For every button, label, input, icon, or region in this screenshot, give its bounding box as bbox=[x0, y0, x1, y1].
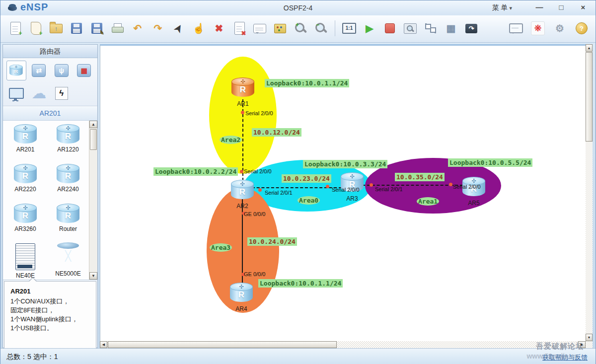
scroll-down-icon[interactable]: ▼ bbox=[586, 334, 593, 341]
snapshot-button[interactable]: ↷ bbox=[462, 18, 480, 38]
device-item-ar1220[interactable]: ✣RAR1220 bbox=[47, 121, 89, 160]
router-cylinder-icon: ✣R bbox=[57, 124, 79, 144]
huawei-logo-button[interactable]: ❋ bbox=[529, 18, 547, 38]
category-cloud[interactable]: ☁ bbox=[29, 83, 49, 103]
network-label: 10.0.35.0/24 bbox=[395, 173, 445, 181]
save-topology-button[interactable] bbox=[68, 18, 85, 38]
save-as-badge-icon: ✎ bbox=[99, 29, 104, 36]
scrollbar-thumb[interactable] bbox=[90, 129, 97, 150]
router-cylinder-icon: ✣R bbox=[14, 204, 37, 223]
device-item-router[interactable]: ✣RRouter bbox=[47, 200, 89, 240]
new-topology-icon: + bbox=[10, 22, 21, 35]
topology-view-button[interactable] bbox=[422, 18, 440, 38]
device-item-label: Router bbox=[59, 225, 77, 232]
undo-button[interactable]: ↶ bbox=[129, 18, 147, 38]
category-firewall[interactable]: ▦ bbox=[74, 61, 94, 80]
new-test-case-button[interactable]: + bbox=[27, 18, 45, 38]
router-r-letter: R bbox=[231, 85, 254, 95]
scrollbar-corner bbox=[586, 341, 593, 348]
open-topology-button[interactable]: ↑ bbox=[47, 18, 65, 38]
watermark-site: www.52pojie.cn bbox=[526, 352, 579, 360]
interface-dot-icon bbox=[326, 185, 329, 188]
router-r-letter: R bbox=[57, 171, 79, 181]
packet-capture-button[interactable] bbox=[401, 18, 419, 38]
pan-tool-button[interactable]: ☝ bbox=[190, 18, 208, 38]
zoom-in-badge-icon: + bbox=[296, 22, 299, 28]
topology-canvas[interactable]: ✣RAR1✣RAR2✣RAR3✣RAR5✣RAR4Loopback0:10.0.… bbox=[100, 44, 586, 341]
help-button[interactable]: ? bbox=[573, 18, 591, 38]
area-label: Area2 bbox=[220, 136, 242, 144]
router-cylinder-icon: ✣R bbox=[231, 77, 254, 97]
category-terminal[interactable] bbox=[6, 83, 26, 103]
add-note-button[interactable] bbox=[251, 18, 269, 38]
zoom-out-button[interactable]: − bbox=[312, 18, 330, 38]
category-firewall-icon: ▦ bbox=[77, 64, 91, 77]
close-button[interactable]: × bbox=[577, 1, 590, 12]
interface-label: Serial 2/0/0 bbox=[244, 168, 272, 174]
scroll-up-icon[interactable]: ▲ bbox=[586, 44, 593, 52]
router-cylinder-icon: ✣R bbox=[14, 124, 37, 144]
erase-config-icon: ✖ bbox=[234, 22, 245, 35]
category-wlan[interactable]: ψ bbox=[52, 61, 72, 80]
router-node-ar1[interactable]: ✣R bbox=[231, 77, 254, 99]
scroll-up-icon[interactable]: ▲ bbox=[89, 121, 97, 128]
canvas-horizontal-scrollbar[interactable]: ◀ ▶ bbox=[100, 341, 586, 348]
category-wlan-icon: ψ bbox=[55, 64, 69, 77]
area-label: Area1 bbox=[417, 197, 439, 206]
start-devices-button[interactable]: ▶ bbox=[361, 18, 378, 38]
save-as-button[interactable]: ✎ bbox=[88, 18, 106, 38]
delete-button[interactable]: ✖ bbox=[210, 18, 228, 38]
interface-dot-icon bbox=[240, 170, 243, 173]
device-item-label: NE5000E bbox=[55, 270, 80, 277]
zoom-in-icon: + bbox=[294, 22, 307, 35]
device-item-ar3260[interactable]: ✣RAR3260 bbox=[4, 200, 47, 240]
actual-size-icon: 1:1 bbox=[342, 23, 356, 34]
settings-gear-icon: ⚙ bbox=[553, 22, 566, 35]
scrollbar-thumb[interactable] bbox=[108, 341, 337, 348]
category-switch[interactable]: ⇄ bbox=[29, 61, 49, 80]
select-tool-button[interactable]: ➤ bbox=[169, 18, 187, 38]
color-palette-button[interactable] bbox=[271, 18, 289, 38]
category-switch-icon: ⇄ bbox=[32, 64, 46, 77]
device-item-label: AR3260 bbox=[14, 225, 36, 232]
router-node-ar2[interactable]: ✣R bbox=[231, 180, 254, 202]
maximize-button[interactable]: □ bbox=[555, 1, 568, 12]
router-name-label: AR5 bbox=[456, 200, 491, 207]
device-item-label: AR2220 bbox=[14, 186, 36, 193]
settings-gear-button[interactable]: ⚙ bbox=[551, 18, 569, 38]
router-node-ar4[interactable]: ✣R bbox=[230, 283, 253, 304]
actual-size-button[interactable]: 1:1 bbox=[340, 18, 358, 38]
redo-button[interactable]: ↷ bbox=[149, 18, 167, 38]
feedback-bubble-button[interactable] bbox=[507, 18, 525, 38]
category-router[interactable]: ✣R bbox=[6, 61, 26, 80]
scroll-down-icon[interactable]: ▼ bbox=[89, 272, 97, 280]
erase-config-button[interactable]: ✖ bbox=[230, 18, 248, 38]
device-list-scrollbar[interactable]: ▲ ▼ bbox=[89, 121, 97, 280]
device-item-label: AR2240 bbox=[57, 186, 78, 193]
interface-label: Serial 2/0/0 bbox=[453, 184, 481, 190]
category-connection[interactable]: ϟ bbox=[52, 83, 72, 103]
scrollbar-thumb[interactable] bbox=[586, 52, 593, 142]
help-icon: ? bbox=[576, 22, 588, 34]
zoom-in-button[interactable]: + bbox=[292, 18, 309, 38]
device-item-ar201[interactable]: ✣RAR201 bbox=[4, 121, 47, 160]
selected-model-title: AR201 bbox=[3, 106, 97, 121]
device-item-ar2220[interactable]: ✣RAR2220 bbox=[4, 160, 47, 200]
minimize-button[interactable]: — bbox=[533, 1, 546, 12]
device-item-ne5000e[interactable]: ╳NE5000E bbox=[47, 240, 89, 280]
topology-link[interactable] bbox=[362, 185, 463, 186]
show-grid-button[interactable]: ▦ bbox=[442, 18, 460, 38]
open-topology-icon: ↑ bbox=[50, 24, 63, 33]
print-button[interactable] bbox=[108, 18, 126, 38]
device-item-ar2240[interactable]: ✣RAR2240 bbox=[47, 160, 89, 200]
description-title: AR201 bbox=[4, 282, 96, 297]
router-name-label: AR1 bbox=[225, 100, 260, 107]
category-cloud-icon: ☁ bbox=[31, 88, 46, 98]
device-item-ne40e[interactable]: NE40E bbox=[4, 240, 47, 280]
menu-button[interactable]: 菜 单▾ bbox=[488, 2, 516, 13]
stop-devices-button[interactable] bbox=[381, 18, 399, 38]
scroll-left-icon[interactable]: ◀ bbox=[100, 341, 107, 348]
new-topology-button[interactable]: + bbox=[6, 18, 24, 38]
canvas-vertical-scrollbar[interactable]: ▲ ▼ bbox=[586, 44, 593, 341]
router-r-letter: R bbox=[57, 211, 79, 221]
